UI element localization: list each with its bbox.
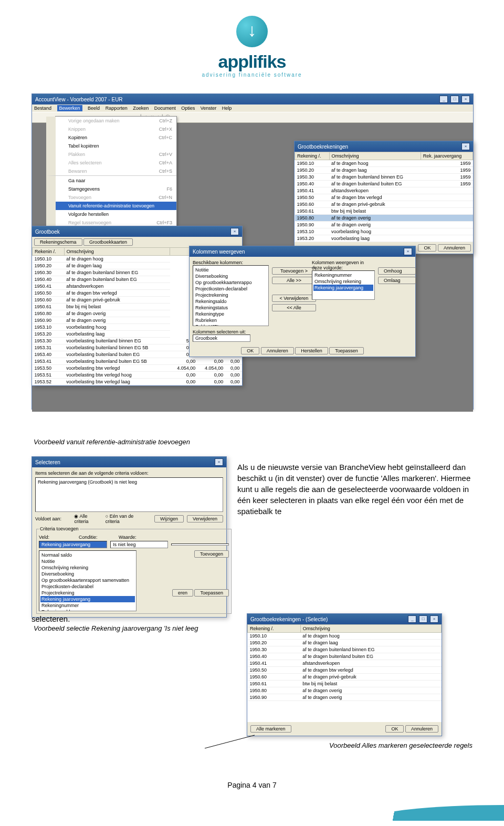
table-row[interactable]: 1953.10voorbelasting hoog xyxy=(295,228,473,235)
list-item[interactable]: Diverseboeking xyxy=(40,571,135,577)
btn-verwijderen[interactable]: < Verwijderen xyxy=(272,295,316,302)
list-item[interactable]: Projectrekening xyxy=(40,590,135,596)
close-icon[interactable]: × xyxy=(430,615,438,623)
list-item[interactable]: Projectkosten-declarabel xyxy=(194,286,267,292)
list-item[interactable]: Op grootboekkaartenrapport samenvatten xyxy=(40,577,135,583)
btn-omhoog[interactable]: Omhoog xyxy=(378,267,416,275)
menu-item[interactable]: Tabel kopiëren xyxy=(46,142,176,150)
list-item[interactable]: Projectkosten-declarabel xyxy=(40,583,135,590)
menu-document[interactable]: Document xyxy=(154,106,176,111)
table-row[interactable]: 1950.40af te dragen buitenland buiten EG… xyxy=(295,181,473,187)
kolommen-selecteren-uit[interactable]: Grootboek xyxy=(193,334,250,342)
menu-item[interactable]: PlakkenCtrl+V xyxy=(46,150,176,159)
menu-item[interactable]: Vorige ongedaan makenCtrl+Z xyxy=(46,117,176,125)
btn-omlaag[interactable]: Omlaag xyxy=(378,277,416,284)
list-item[interactable]: Notitie xyxy=(40,558,135,564)
menu-item[interactable]: ToevoegenCtrl+N xyxy=(46,193,176,202)
menu-item[interactable]: StamgegevensF6 xyxy=(46,185,176,193)
menu-bewerken[interactable]: Bewerken xyxy=(57,105,82,111)
table-row[interactable]: 1950.30af te dragen buitenland binnen EG… xyxy=(295,174,473,181)
table-row[interactable]: 1950.60af te dragen privé-gebruik xyxy=(295,201,473,208)
close-icon[interactable]: × xyxy=(461,143,470,150)
maximize-icon[interactable]: □ xyxy=(419,615,427,623)
menu-zoeken[interactable]: Zoeken xyxy=(133,106,149,111)
ok-button[interactable]: OK xyxy=(241,347,259,354)
list-item[interactable]: Notitie xyxy=(194,267,267,273)
veld-select[interactable]: Rekening jaarovergang xyxy=(39,541,107,548)
btn-alle[interactable]: Alle >> xyxy=(272,277,316,284)
menu-rapporten[interactable]: Rapporten xyxy=(106,106,128,111)
list-item[interactable]: Op grootboekkaartenrappo xyxy=(194,279,267,286)
close-icon[interactable]: × xyxy=(215,458,223,466)
menu-beeld[interactable]: Beeld xyxy=(88,106,100,111)
verwijderen-button[interactable]: Verwijderen xyxy=(187,515,223,522)
alle-markeren-button[interactable]: Alle markeren xyxy=(250,725,291,733)
close-icon[interactable]: × xyxy=(404,248,412,255)
list-item[interactable]: Rekeningnummer xyxy=(313,272,373,278)
table-row[interactable]: 1950.61btw bij mij belast xyxy=(248,681,442,687)
cancel-button[interactable]: Annuleren xyxy=(438,244,471,252)
menu-item[interactable]: Volgorde herstellen xyxy=(46,210,176,218)
list-item[interactable]: Rubrieken xyxy=(194,317,267,323)
menu-item[interactable]: Ga naar xyxy=(46,176,176,185)
list-item[interactable]: Rekeningnummer xyxy=(40,602,135,609)
wijzigen-button[interactable]: Wijzigen xyxy=(154,515,184,522)
ok-button[interactable]: OK xyxy=(385,725,404,733)
list-item[interactable]: Saldo VJP's xyxy=(194,323,267,326)
veld-list[interactable]: Normaal saldoNotitieOmschrijving rekenin… xyxy=(39,550,136,611)
menu-item[interactable]: Alles selecterenCtrl+A xyxy=(46,159,176,167)
table-row[interactable]: 1950.41afstandsverkopen xyxy=(248,660,442,667)
tab-grootboekkaarten[interactable]: Grootboekkaarten xyxy=(83,238,133,246)
table-row[interactable]: 1953.50voorbelasting btw verlegd4.054,00… xyxy=(33,365,242,372)
tab-rekeningschema[interactable]: Rekeningschema xyxy=(34,238,82,246)
cancel-button[interactable]: Annuleren xyxy=(405,725,438,733)
btn-toevoegen[interactable]: Toevoegen > xyxy=(272,267,316,275)
eren-button[interactable]: eren xyxy=(172,589,193,597)
close-icon[interactable]: × xyxy=(230,228,239,235)
weergeven-list[interactable]: RekeningnummerOmschrijving rekeningReken… xyxy=(312,270,375,300)
menu-help[interactable]: Help xyxy=(222,106,232,111)
radio-alle[interactable]: ◉ Alle criteria xyxy=(74,514,102,524)
menu-item[interactable]: Vanuit referentie-administratie toevoege… xyxy=(46,202,176,210)
table-row[interactable]: 1950.20af te dragen laag xyxy=(248,640,442,646)
ok-button[interactable]: OK xyxy=(418,244,436,252)
table-row[interactable]: 1950.50af te dragen btw verlegd xyxy=(248,667,442,674)
conditie-select[interactable]: Is niet leeg xyxy=(110,541,168,548)
list-item[interactable]: Omschrijving rekening xyxy=(40,564,135,571)
table-row[interactable]: 1950.90af te dragen overig xyxy=(295,222,473,228)
cancel-button[interactable]: Annuleren xyxy=(261,347,294,354)
table-row[interactable]: 1950.61btw bij mij belast xyxy=(295,208,473,215)
menu-item[interactable]: BewarenCtrl+S xyxy=(46,167,176,175)
close-icon[interactable]: × xyxy=(461,96,470,103)
table-row[interactable]: 1953.20voorbelasting laag xyxy=(295,235,473,242)
list-item[interactable]: Omschrijving rekening xyxy=(313,278,373,285)
table-row[interactable]: 1950.41afstandsverkopen xyxy=(295,187,473,194)
list-item[interactable]: Diverseboeking xyxy=(194,273,267,279)
table-row[interactable]: 1950.30af te dragen buitenland binnen EG xyxy=(248,646,442,653)
radio-een[interactable]: ○ Eén van de criteria xyxy=(106,514,148,524)
table-row[interactable]: 1953.51voorbelasting btw verlegd hoog0,0… xyxy=(33,372,242,379)
table-row[interactable]: 1950.90af te dragen overig xyxy=(248,694,442,701)
table-row[interactable]: 1950.60af te dragen privé-gebruik xyxy=(248,674,442,681)
minimize-icon[interactable]: _ xyxy=(408,615,416,623)
table-row[interactable]: 1950.20af te dragen laag1959 xyxy=(295,167,473,174)
list-item[interactable]: Rekeningsaldo xyxy=(194,298,267,305)
waarde-input[interactable] xyxy=(171,543,229,546)
btn-alle-weg[interactable]: << Alle xyxy=(272,304,316,311)
toepassen-button[interactable]: Toepassen xyxy=(194,589,229,597)
table-row[interactable]: 1950.10af te dragen hoog xyxy=(248,633,442,640)
maximize-icon[interactable]: □ xyxy=(450,96,459,103)
table-row[interactable]: 1953.52voorbelasting btw verlegd laag0,0… xyxy=(33,379,242,385)
menu-venster[interactable]: Venster xyxy=(201,106,217,111)
table-row[interactable]: 1953.41voorbelasting buitenland buiten E… xyxy=(33,358,242,365)
table-row[interactable]: 1950.40af te dragen buitenland buiten EG xyxy=(248,653,442,660)
list-item[interactable]: Rekeningtype xyxy=(194,311,267,317)
menu-item[interactable]: KopiërenCtrl+C xyxy=(46,133,176,142)
menu-bestand[interactable]: Bestand xyxy=(34,106,51,111)
list-item[interactable]: Rekening jaarovergang xyxy=(313,285,373,291)
table-row[interactable]: 1950.10af te dragen hoog1959 xyxy=(295,160,473,167)
list-item[interactable]: Projectrekening xyxy=(194,292,267,298)
table-row[interactable]: 1950.50af te dragen btw verlegd xyxy=(295,194,473,201)
menu-item[interactable]: KnippenCtrl+X xyxy=(46,125,176,133)
list-item[interactable]: Rekeningsaldo xyxy=(40,609,135,611)
